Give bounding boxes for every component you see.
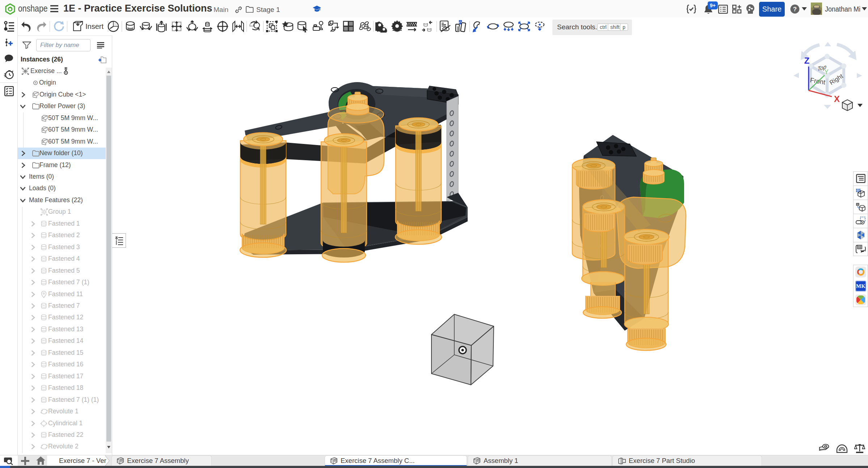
svg-text:Z: Z bbox=[804, 56, 810, 65]
svg-text:?: ? bbox=[793, 6, 797, 13]
svg-text:Y: Y bbox=[824, 68, 829, 76]
svg-text:X: X bbox=[834, 94, 840, 104]
